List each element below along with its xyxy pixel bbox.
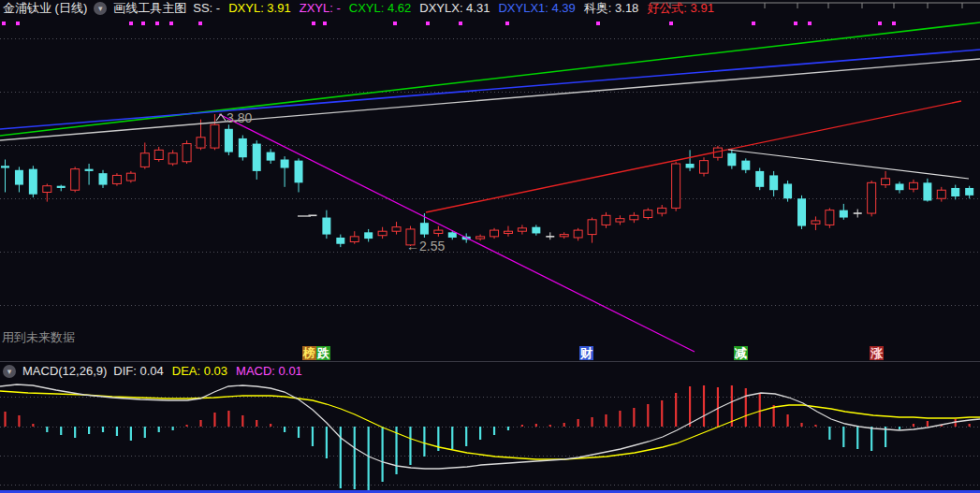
peak-price-label: 3.80 — [227, 110, 252, 125]
indicator-6: 科奥: 3.18 — [584, 1, 639, 16]
panel-frame — [0, 362, 980, 493]
indicator-5: DXYLX1: 4.39 — [498, 1, 575, 16]
trendlines — [0, 22, 980, 352]
signal-tag-2: 财 — [579, 346, 593, 360]
resistance-white — [728, 150, 969, 179]
macd-histogram — [6, 385, 970, 490]
ma-long-green — [0, 22, 980, 136]
macd-header: MACD(12,26,9) DIF: 0.04DEA: 0.03MACD: 0.… — [3, 364, 302, 379]
indicator-4: DXYLX: 4.31 — [419, 1, 490, 16]
indicator-0: SS: - — [193, 1, 220, 16]
downtrend-magenta — [219, 114, 695, 352]
trading-app-window: 金浦钛业 (日线) 画线工具主图 SS: -DXYL: 3.91ZXYL: -C… — [0, 0, 980, 493]
macd-indicator-values: DIF: 0.04DEA: 0.03MACD: 0.01 — [113, 364, 302, 379]
dea-line — [0, 391, 980, 459]
ma-long-blue — [0, 50, 980, 129]
indicator-2: ZXYL: - — [300, 1, 341, 16]
chevron-down-circle-icon[interactable] — [94, 2, 107, 15]
signal-tag-3: 减 — [734, 346, 748, 360]
candlestick-series — [1, 114, 973, 247]
chart-canvas[interactable] — [0, 0, 980, 493]
signal-tag-4: 涨 — [870, 346, 884, 360]
indicator-1: DXYL: 3.91 — [228, 1, 291, 16]
main-indicator-values: SS: -DXYL: 3.91ZXYL: -CXYL: 4.62DXYLX: 4… — [193, 1, 714, 16]
gridlines — [0, 39, 980, 486]
dea-line-group — [0, 391, 980, 459]
stock-title: 金浦钛业 (日线) — [3, 1, 87, 16]
signal-tag-1: 跌 — [316, 346, 330, 360]
macd-indicator-1: DEA: 0.03 — [172, 364, 227, 379]
indicator-3: CXYL: 4.62 — [349, 1, 412, 16]
macd-indicator-2: MACD: 0.01 — [236, 364, 302, 379]
signal-dots — [2, 22, 896, 25]
future-data-warning: 用到未来数据 — [2, 329, 75, 346]
indicator-7: 好公式: 3.91 — [647, 1, 714, 16]
panel-title[interactable]: 画线工具主图 — [113, 1, 186, 16]
macd-indicator-0: DIF: 0.04 — [113, 364, 163, 379]
macd-title[interactable]: MACD(12,26,9) — [22, 364, 107, 379]
main-chart-header: 金浦钛业 (日线) 画线工具主图 SS: -DXYL: 3.91ZXYL: -C… — [3, 1, 714, 16]
uptrend-red — [426, 101, 961, 212]
low-price-label: ←2.55 — [406, 239, 445, 254]
signal-tag-0: 榜 — [302, 346, 316, 360]
chevron-down-circle-icon[interactable] — [3, 365, 16, 378]
